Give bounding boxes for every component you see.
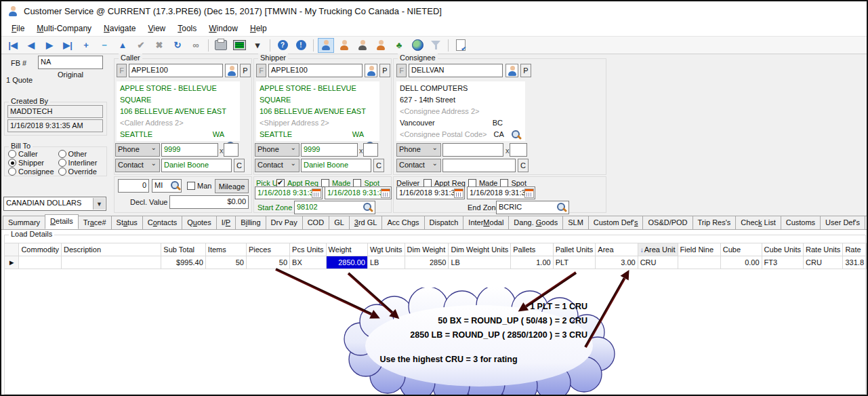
column-header-field-nine[interactable]: Field Nine [678,243,720,256]
terminal-button[interactable] [231,38,247,53]
bill-to-option-other[interactable]: Other [58,150,98,158]
shipper-c-button[interactable]: C [373,159,384,172]
column-header-wgt-units[interactable]: Wgt Units [367,243,405,256]
tab-os-d-pod[interactable]: OS&D/POD [642,216,693,229]
column-header-weight[interactable]: Weight [326,243,367,256]
deliver-to-date[interactable]: 1/16/2018 9:31:3 [467,186,535,199]
cell-pieces[interactable]: 50 [246,256,289,269]
cell-pallet-units[interactable]: PLT [553,256,596,269]
caller-phone-select[interactable]: Phone [115,143,160,157]
menu-multi-company[interactable]: Multi-Company [30,22,98,35]
caller-c-button[interactable]: C [234,159,245,172]
agent-button[interactable] [354,38,371,53]
cell-description[interactable] [62,256,161,269]
caller-phone-input[interactable]: 9999 [161,143,218,157]
pickup-to-date[interactable]: 1/16/2018 9:31:3 [325,186,392,199]
column-header-commodity[interactable]: Commodity [19,243,62,256]
column-header-pieces[interactable]: Pieces [246,243,289,256]
declared-value-input[interactable]: $0.00 [169,195,249,209]
save-button[interactable]: ✔ [133,38,149,53]
shipper-code-input[interactable]: APPLE100 [268,64,363,77]
print-button[interactable] [213,38,229,53]
bill-to-option-interliner[interactable]: Interliner [58,159,98,167]
previous-record-button[interactable]: ◀ [23,38,39,53]
calendar-icon[interactable] [381,189,390,198]
tab-contacts[interactable]: Contacts [142,216,182,229]
bill-to-option-shipper[interactable]: Shipper [8,159,54,167]
column-header-area-unit[interactable]: ↓Area Unit [638,243,678,256]
bill-to-option-override[interactable]: Override [58,167,98,176]
caller-contact-input[interactable]: Daniel Boone [161,159,232,172]
terminal-dropdown[interactable]: ▾ [249,38,266,53]
cell-dim-weight-units[interactable]: LB [449,256,511,269]
load-detail-row[interactable]: ►$995.405050BX2850.00LB2850LB1.00PLT3.00… [5,256,867,269]
cell-area[interactable]: 3.00 [596,256,638,269]
cell-cube[interactable]: 0.00 [720,256,762,269]
consignee-contact-input[interactable] [442,159,516,172]
menu-view[interactable]: View [142,22,171,35]
deliver-from-date[interactable]: 1/16/2018 9:31:3 [396,186,465,199]
menu-file[interactable]: File [5,22,30,35]
shipper-f-button[interactable]: F [256,64,266,77]
customer-service-button[interactable] [318,38,334,53]
tab-acc-chgs[interactable]: Acc Chgs [381,216,424,229]
shipper-contact-select[interactable]: Contact [255,159,299,172]
caller-p-button[interactable]: P [240,64,251,77]
cell-pcs-units[interactable]: BX [290,256,326,269]
bill-to-option-consignee[interactable]: Consignee [8,167,54,176]
refresh-button[interactable]: ↻ [169,38,186,53]
radio-icon[interactable] [58,150,66,158]
add-record-button[interactable]: + [78,38,94,53]
tab-trace-[interactable]: Trace# [78,216,112,229]
end-zone-lookup-icon[interactable] [556,202,567,213]
personnel-button[interactable] [373,38,389,53]
tab-i-p[interactable]: I/P [216,216,236,229]
tab-3rd-gl[interactable]: 3rd GL [349,216,383,229]
about-button[interactable]: ! [293,38,309,53]
tab-billing[interactable]: Billing [235,216,266,229]
cell-sub-total[interactable]: $995.40 [161,256,206,269]
cell-area-unit[interactable]: CRU [638,256,678,269]
consignee-phone-select[interactable]: Phone [396,143,441,157]
column-header-rate[interactable]: Rate [843,243,867,256]
column-header-cube[interactable]: Cube [720,243,762,256]
consignee-contact-select[interactable]: Contact [396,159,441,172]
caller-code-input[interactable]: APPLE100 [129,64,223,77]
first-record-button[interactable]: |◀ [5,38,21,53]
web-button[interactable] [409,38,426,53]
tab-intermodal[interactable]: InterModal [463,216,509,229]
help-button[interactable]: ? [274,38,291,53]
tab-quotes[interactable]: Quotes [182,216,216,229]
tab-cod[interactable]: COD [302,216,329,229]
column-header-dim-weight-units[interactable]: Dim Weight Units [449,243,511,256]
radio-icon[interactable] [8,159,16,167]
collapse-button[interactable]: ▲ [115,38,131,53]
cell-items[interactable]: 50 [205,256,246,269]
tree-view-button[interactable]: ♣ [391,38,407,53]
report-button[interactable] [453,38,469,53]
column-header-dim-weight[interactable]: Dim Weight [405,243,449,256]
tab-imc[interactable]: IMC [865,216,868,229]
last-record-button[interactable]: ▶| [60,38,76,53]
distance-unit-field[interactable]: MI [152,179,182,193]
cancel-button[interactable]: ✖ [151,38,167,53]
cell-rate[interactable]: 331.8 [843,256,867,269]
tab-customs[interactable]: Customs [781,216,821,229]
tab-details[interactable]: Details [45,214,79,229]
end-zone-input[interactable]: BCRIC [496,201,569,214]
tab-dang-goods[interactable]: Dang. Goods [508,216,563,229]
start-zone-input[interactable]: 98102 [294,201,375,214]
caller-contact-select[interactable]: Contact [115,159,160,172]
next-record-button[interactable]: ▶ [41,38,58,53]
consignee-c-button[interactable]: C [518,159,529,172]
tab-slm[interactable]: SLM [562,216,589,229]
filter-button[interactable] [428,38,444,53]
calendar-icon[interactable] [312,189,321,198]
mileage-button[interactable]: Mileage [215,179,249,193]
currency-select[interactable]: CANADIAN DOLLARS ▼ [3,197,106,211]
radio-icon[interactable] [58,167,66,176]
shipper-client-button[interactable] [365,64,377,77]
tab-status[interactable]: Status [111,216,143,229]
menu-window[interactable]: Window [203,22,244,35]
radio-icon[interactable] [8,150,16,158]
